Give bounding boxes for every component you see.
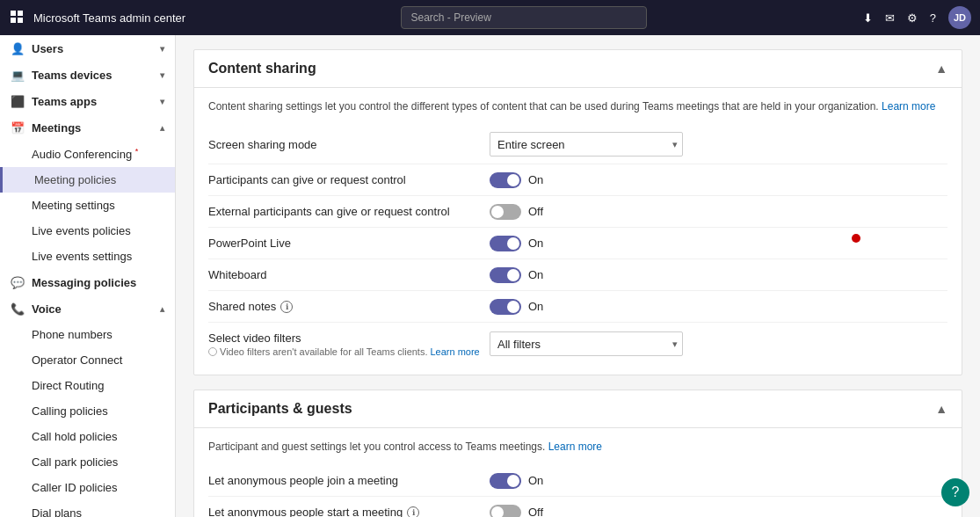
help-icon[interactable]: ? [930, 11, 936, 25]
topbar-actions: ⬇ ✉ ⚙ ? JD [863, 6, 971, 29]
collapse-content-sharing-icon[interactable]: ▲ [935, 62, 947, 76]
video-filters-select-wrapper[interactable]: All filters Background blur only Backgro… [490, 331, 683, 356]
anon-start-info-icon[interactable]: ℹ [407, 506, 419, 518]
anon-start-control: Off [490, 505, 947, 518]
sidebar-label-phone-numbers: Phone numbers [32, 328, 113, 341]
svg-rect-1 [18, 11, 23, 16]
anon-start-row: Let anonymous people start a meeting ℹ O… [208, 497, 947, 517]
sidebar-label-meetings: Meetings [32, 121, 81, 135]
powerpoint-live-control: On [490, 236, 947, 251]
person-icon: 👤 [11, 41, 25, 55]
external-participants-control-toggle-label: Off [528, 205, 543, 218]
sidebar-label-caller-id-policies: Caller ID policies [32, 481, 118, 494]
sidebar-label-teams-devices: Teams devices [32, 69, 113, 82]
participants-guests-body: Participant and guest settings let you c… [194, 428, 962, 517]
screen-sharing-mode-control[interactable]: Entire screen Single application Disable… [490, 132, 947, 157]
sidebar-item-teams-apps[interactable]: ⬛ Teams apps ▾ [0, 88, 175, 114]
sidebar-item-voice[interactable]: 📞 Voice ▴ [0, 295, 175, 322]
search-bar[interactable] [194, 6, 854, 29]
video-filters-row: Select video filters Video filters aren'… [208, 323, 947, 364]
sidebar-label-users: Users [32, 42, 63, 55]
message-icon: 💬 [11, 275, 25, 289]
external-participants-control-control: Off [490, 204, 947, 220]
shared-notes-toggle-label: On [528, 300, 543, 313]
shared-notes-toggle[interactable] [490, 299, 521, 315]
video-filters-select[interactable]: All filters Background blur only Backgro… [490, 331, 683, 356]
sidebar-label-voice: Voice [32, 302, 62, 316]
sidebar-item-meetings[interactable]: 📅 Meetings ▴ [0, 114, 175, 141]
sidebar-label-teams-apps: Teams apps [32, 95, 97, 108]
screen-sharing-mode-select[interactable]: Entire screen Single application Disable… [490, 132, 683, 157]
participants-guests-desc: Participant and guest settings let you c… [208, 439, 947, 455]
screen-sharing-mode-select-wrapper[interactable]: Entire screen Single application Disable… [490, 132, 683, 157]
sidebar-item-live-events-settings[interactable]: Live events settings [0, 244, 175, 269]
participants-control-toggle[interactable] [490, 172, 521, 188]
sidebar-item-caller-id-policies[interactable]: Caller ID policies [0, 475, 175, 500]
sidebar-label-direct-routing: Direct Routing [32, 379, 104, 392]
sidebar-label-live-events-policies: Live events policies [32, 224, 131, 237]
whiteboard-toggle-label: On [528, 268, 543, 281]
screen-sharing-mode-row: Screen sharing mode Entire screen Single… [208, 125, 947, 164]
shared-notes-label: Shared notes ℹ [208, 300, 490, 313]
help-fab-button[interactable]: ? [941, 478, 969, 506]
sidebar-label-meeting-policies: Meeting policies [34, 173, 116, 186]
svg-rect-2 [11, 18, 16, 23]
anon-start-toggle[interactable] [490, 505, 521, 518]
sidebar-item-audio-conferencing[interactable]: Audio Conferencing * [0, 141, 175, 167]
sidebar-label-call-park-policies: Call park policies [32, 455, 118, 469]
avatar[interactable]: JD [948, 6, 971, 29]
sidebar-item-teams-devices[interactable]: 💻 Teams devices ▾ [0, 62, 175, 88]
participants-control-row: Participants can give or request control… [208, 164, 947, 196]
sidebar-item-users[interactable]: 👤 Users ▾ [0, 35, 175, 62]
sidebar-label-calling-policies: Calling policies [32, 404, 108, 418]
screen-sharing-mode-label: Screen sharing mode [208, 138, 490, 151]
video-filters-learn-more-link[interactable]: Learn more [430, 346, 479, 357]
sidebar-item-phone-numbers[interactable]: Phone numbers [0, 322, 175, 347]
anon-join-control: On [490, 473, 947, 489]
chevron-up-icon: ▴ [160, 304, 164, 314]
sidebar-item-call-park-policies[interactable]: Call park policies [0, 449, 175, 475]
anon-start-toggle-label: Off [528, 506, 543, 517]
app-logo: Microsoft Teams admin center [9, 9, 185, 26]
shared-notes-row: Shared notes ℹ On [208, 291, 947, 323]
calendar-icon: 📅 [11, 120, 25, 135]
settings-icon[interactable]: ⚙ [907, 11, 918, 25]
external-participants-control-toggle[interactable] [490, 204, 521, 220]
content-sharing-header: Content sharing ▲ [194, 50, 962, 88]
svg-rect-3 [18, 18, 23, 23]
content-sharing-learn-more-link[interactable]: Learn more [882, 100, 935, 113]
sidebar-label-meeting-settings: Meeting settings [32, 199, 115, 212]
chevron-up-icon: ▴ [160, 123, 164, 133]
powerpoint-live-toggle[interactable] [490, 236, 521, 251]
sidebar-item-direct-routing[interactable]: Direct Routing [0, 373, 175, 398]
sidebar-item-operator-connect[interactable]: Operator Connect [0, 347, 175, 373]
sidebar-item-meeting-policies[interactable]: Meeting policies [0, 167, 175, 193]
powerpoint-live-row: PowerPoint Live On [208, 228, 947, 259]
video-filters-control[interactable]: All filters Background blur only Backgro… [490, 331, 947, 356]
whiteboard-toggle[interactable] [490, 267, 521, 283]
content-sharing-desc: Content sharing settings let you control… [208, 98, 947, 114]
search-input[interactable] [401, 6, 647, 29]
whiteboard-label: Whiteboard [208, 268, 490, 281]
sidebar-item-call-hold-policies[interactable]: Call hold policies [0, 424, 175, 449]
sidebar-item-meeting-settings[interactable]: Meeting settings [0, 193, 175, 218]
sidebar-item-live-events-policies[interactable]: Live events policies [0, 218, 175, 244]
participants-guests-learn-more-link[interactable]: Learn more [548, 441, 602, 453]
shared-notes-info-icon[interactable]: ℹ [280, 301, 293, 313]
mail-icon[interactable]: ✉ [885, 11, 895, 25]
scroll-indicator [852, 234, 860, 243]
video-filters-label: Select video filters Video filters aren'… [208, 331, 490, 357]
content-sharing-section: Content sharing ▲ Content sharing settin… [193, 49, 962, 375]
sidebar-item-messaging-policies[interactable]: 💬 Messaging policies [0, 269, 175, 295]
whiteboard-row: Whiteboard On [208, 259, 947, 291]
download-icon[interactable]: ⬇ [863, 11, 873, 25]
sidebar-item-calling-policies[interactable]: Calling policies [0, 398, 175, 424]
sidebar-item-dial-plans[interactable]: Dial plans [0, 500, 175, 517]
collapse-participants-icon[interactable]: ▲ [935, 402, 947, 416]
sidebar-label-call-hold-policies: Call hold policies [32, 430, 118, 443]
anon-join-toggle[interactable] [490, 473, 521, 489]
participants-guests-header: Participants & guests ▲ [194, 390, 962, 428]
anon-join-label: Let anonymous people join a meeting [208, 474, 490, 487]
sidebar-label-live-events-settings: Live events settings [32, 250, 132, 263]
powerpoint-live-label: PowerPoint Live [208, 237, 490, 250]
